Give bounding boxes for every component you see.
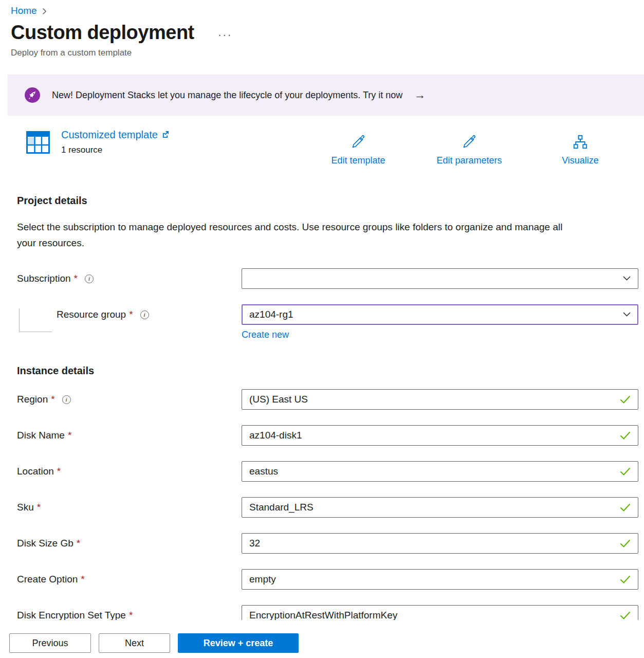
disk-name-label-text: Disk Name <box>17 430 65 441</box>
required-marker: * <box>129 610 133 621</box>
required-marker: * <box>37 502 41 513</box>
info-icon[interactable]: i <box>62 395 71 404</box>
valid-check-icon <box>620 503 631 512</box>
info-icon[interactable]: i <box>85 275 94 283</box>
disk-name-row: Disk Name* az104-disk1 <box>17 425 638 446</box>
valid-check-icon <box>620 467 631 476</box>
required-marker: * <box>74 273 78 284</box>
deployment-stacks-banner[interactable]: New! Deployment Stacks let you manage th… <box>8 75 644 116</box>
disk-size-label: Disk Size Gb* <box>17 538 242 549</box>
valid-check-icon <box>620 395 631 404</box>
location-value: eastus <box>249 466 278 477</box>
arrow-right-icon: → <box>414 88 426 102</box>
location-input[interactable]: eastus <box>242 461 638 482</box>
info-icon[interactable]: i <box>140 310 149 319</box>
region-value: (US) East US <box>249 394 308 405</box>
create-option-label: Create Option* <box>17 574 242 585</box>
page-subtitle: Deploy from a custom template <box>11 48 644 58</box>
edit-template-label: Edit template <box>331 155 385 166</box>
sku-label: Sku* <box>17 502 242 513</box>
location-label-text: Location <box>17 466 54 477</box>
subscription-label: Subscription* i <box>17 273 242 284</box>
region-input[interactable]: (US) East US <box>242 389 638 410</box>
disk-name-input[interactable]: az104-disk1 <box>242 425 638 446</box>
next-button[interactable]: Next <box>99 633 170 653</box>
disk-encryption-set-type-label: Disk Encryption Set Type* <box>17 610 242 621</box>
resource-group-label-text: Resource group <box>57 309 126 320</box>
resource-group-connector-line <box>19 308 52 332</box>
template-actions: Edit template Edit parameters Visualize <box>0 134 644 173</box>
disk-size-label-text: Disk Size Gb <box>17 538 73 549</box>
breadcrumb-home-link[interactable]: Home <box>11 5 37 16</box>
instance-details-heading: Instance details <box>17 365 638 377</box>
valid-check-icon <box>620 575 631 584</box>
disk-size-row: Disk Size Gb* 32 <box>17 533 638 554</box>
chevron-down-icon <box>623 276 631 281</box>
required-marker: * <box>81 574 84 585</box>
region-row: Region* i (US) East US <box>17 389 638 410</box>
valid-check-icon <box>620 539 631 548</box>
create-option-row: Create Option* empty <box>17 569 638 590</box>
subscription-dropdown[interactable] <box>242 268 638 289</box>
create-option-input[interactable]: empty <box>242 569 638 590</box>
disk-encryption-set-type-label-text: Disk Encryption Set Type <box>17 610 126 621</box>
resource-group-dropdown[interactable]: az104-rg1 <box>242 304 638 325</box>
instance-form: Region* i (US) East US Disk Name* az104-… <box>17 389 638 626</box>
required-marker: * <box>51 394 54 405</box>
disk-size-value: 32 <box>249 538 260 549</box>
subscription-label-text: Subscription <box>17 273 71 284</box>
sku-label-text: Sku <box>17 502 34 513</box>
create-option-label-text: Create Option <box>17 574 78 585</box>
pencil-icon <box>462 134 477 152</box>
required-marker: * <box>68 430 71 441</box>
more-options-button[interactable]: ··· <box>218 28 232 42</box>
location-row: Location* eastus <box>17 461 638 482</box>
region-label-text: Region <box>17 394 48 405</box>
banner-message: New! Deployment Stacks let you manage th… <box>52 90 402 101</box>
sku-row: Sku* Standard_LRS <box>17 497 638 518</box>
review-create-button[interactable]: Review + create <box>178 633 299 653</box>
project-form: Subscription* i Resource group* i az104-… <box>17 268 638 340</box>
subscription-row: Subscription* i <box>17 268 638 289</box>
valid-check-icon <box>620 611 631 620</box>
chevron-right-icon <box>42 8 47 15</box>
pencil-icon <box>351 134 366 152</box>
page-title: Custom deployment <box>11 22 194 44</box>
org-chart-icon <box>573 134 588 152</box>
edit-template-button[interactable]: Edit template <box>302 134 415 166</box>
breadcrumb: Home <box>0 0 644 16</box>
template-summary: Customized template 1 resource Edit temp… <box>0 129 644 168</box>
sku-value: Standard_LRS <box>249 502 314 513</box>
sku-input[interactable]: Standard_LRS <box>242 497 638 518</box>
region-label: Region* i <box>17 394 242 405</box>
disk-size-input[interactable]: 32 <box>242 533 638 554</box>
valid-check-icon <box>620 431 631 440</box>
visualize-label: Visualize <box>562 155 599 166</box>
project-details-heading: Project details <box>17 195 638 207</box>
required-marker: * <box>77 538 80 549</box>
disk-encryption-set-type-value: EncryptionAtRestWithPlatformKey <box>249 610 397 621</box>
edit-parameters-button[interactable]: Edit parameters <box>413 134 526 166</box>
resource-group-row: Resource group* i az104-rg1 <box>17 304 638 325</box>
visualize-button[interactable]: Visualize <box>524 134 637 166</box>
rocket-icon <box>25 87 40 103</box>
create-option-value: empty <box>249 574 276 585</box>
location-label: Location* <box>17 466 242 477</box>
disk-name-label: Disk Name* <box>17 430 242 441</box>
required-marker: * <box>129 309 133 320</box>
previous-button[interactable]: Previous <box>9 633 91 653</box>
project-details-description: Select the subscription to manage deploy… <box>17 219 577 251</box>
chevron-down-icon <box>623 312 631 317</box>
required-marker: * <box>57 466 61 477</box>
footer-bar: Previous Next Review + create <box>0 620 644 658</box>
edit-parameters-label: Edit parameters <box>436 155 502 166</box>
create-new-link[interactable]: Create new <box>242 330 289 340</box>
disk-name-value: az104-disk1 <box>249 430 302 441</box>
resource-group-value: az104-rg1 <box>249 309 293 320</box>
